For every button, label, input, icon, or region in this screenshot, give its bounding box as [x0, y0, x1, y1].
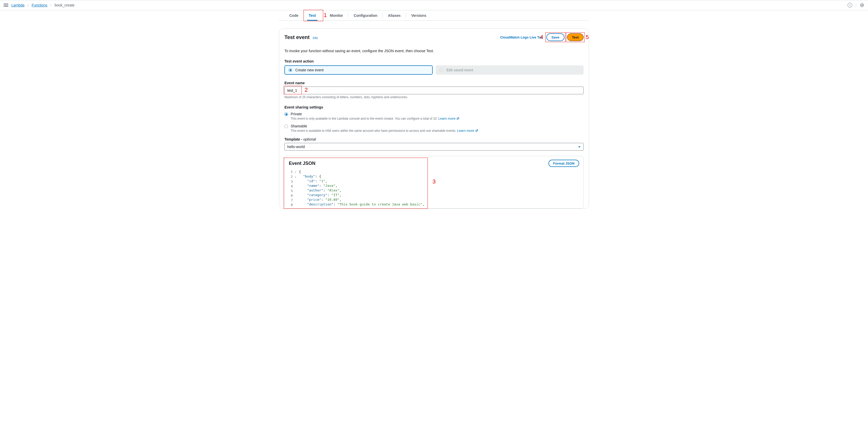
info-icon[interactable]: i: [847, 3, 852, 7]
tab-code[interactable]: Code: [284, 10, 304, 21]
cloudwatch-logs-live-tail-button[interactable]: CloudWatch Logs Live Tail: [499, 33, 544, 41]
divider: [856, 3, 856, 7]
save-button[interactable]: Save: [547, 33, 564, 41]
chevron-right-icon: ›: [51, 3, 52, 7]
test-event-action-label: Test event action: [284, 59, 584, 63]
json-editor[interactable]: 1 ▾ 2 ▾ 3 4 5 6 7 8 { "body": { "id": "1…: [289, 170, 579, 207]
create-new-event-option[interactable]: Create new event: [284, 65, 433, 75]
private-description: This event is only available in the Lamb…: [291, 117, 437, 120]
private-label: Private: [291, 112, 459, 116]
event-name-hint: Maximum of 25 characters consisting of l…: [284, 95, 584, 99]
chevron-right-icon: ›: [28, 3, 29, 7]
annotation-number-4: 4: [540, 34, 543, 40]
tab-versions[interactable]: Versions: [406, 10, 431, 21]
tab-test[interactable]: Test: [304, 10, 321, 21]
event-sharing-label: Event sharing settings: [284, 105, 584, 109]
event-name-input[interactable]: [284, 87, 584, 94]
svg-point-1: [862, 5, 863, 6]
breadcrumb-current: book_create: [55, 3, 74, 7]
template-selected-value: hello-world: [287, 145, 305, 149]
annotation-number-1: 1: [324, 12, 327, 19]
event-name-label: Event name: [284, 81, 584, 85]
radio-checked-icon: [288, 68, 292, 72]
test-button[interactable]: Test: [567, 33, 584, 41]
tab-aliases[interactable]: Aliases: [383, 10, 406, 21]
format-json-button[interactable]: Format JSON: [549, 160, 579, 167]
shareable-label: Shareable: [291, 124, 478, 128]
event-json-container: Event JSON Format JSON 1 ▾ 2 ▾ 3 4 5 6 7…: [284, 156, 584, 209]
template-select[interactable]: hello-world ▼: [284, 143, 584, 151]
panel-description: To invoke your function without saving a…: [284, 49, 584, 53]
breadcrumb-functions[interactable]: Functions: [32, 3, 48, 7]
external-link-icon: [457, 117, 459, 120]
create-new-event-label: Create new event: [295, 68, 324, 72]
edit-saved-event-option: Edit saved event: [436, 65, 584, 75]
annotation-number-3: 3: [432, 178, 436, 185]
template-label: Template - optional: [284, 137, 584, 141]
private-radio[interactable]: [284, 113, 288, 116]
shareable-radio[interactable]: [284, 125, 288, 128]
hamburger-menu-icon[interactable]: [4, 4, 8, 7]
shareable-description: This event is available to IAM users wit…: [291, 129, 456, 132]
private-learn-more-link[interactable]: Learn more: [438, 117, 459, 120]
radio-unchecked-icon: [440, 68, 443, 72]
info-link[interactable]: Info: [313, 36, 318, 40]
test-event-panel: Test event Info CloudWatch Logs Live Tai…: [279, 28, 589, 209]
panel-title: Test event: [284, 34, 309, 40]
annotation-number-2: 2: [305, 87, 308, 93]
edit-saved-event-label: Edit saved event: [446, 68, 473, 72]
shareable-learn-more-link[interactable]: Learn more: [457, 129, 478, 132]
preferences-icon[interactable]: [860, 3, 864, 7]
tab-configuration[interactable]: Configuration: [348, 10, 382, 21]
annotation-number-5: 5: [586, 34, 589, 40]
function-tabs: Code Test 1 Monitor Configuration Aliase…: [279, 10, 589, 21]
external-link-icon: [475, 129, 478, 132]
chevron-down-icon: ▼: [578, 145, 581, 148]
breadcrumb-bar: Lambda › Functions › book_create i: [0, 0, 868, 10]
svg-marker-0: [861, 3, 864, 7]
event-json-title: Event JSON: [289, 161, 315, 166]
breadcrumb-lambda[interactable]: Lambda: [11, 3, 25, 7]
